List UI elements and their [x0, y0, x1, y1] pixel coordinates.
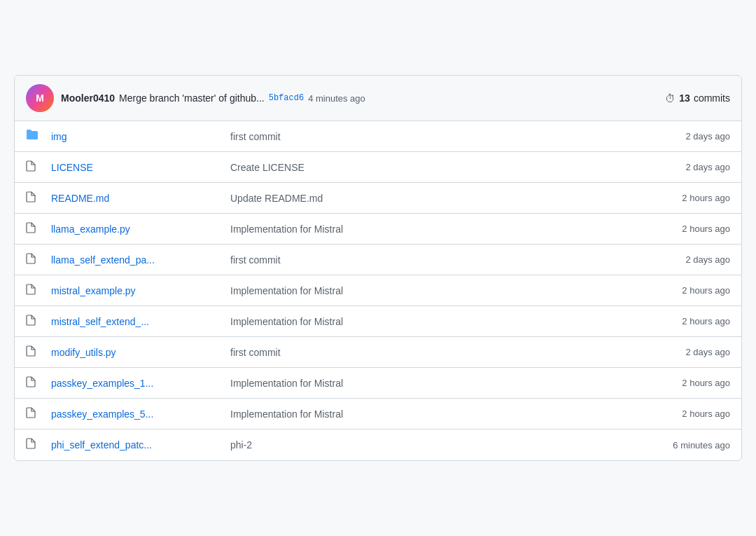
commits-count[interactable]: ⏱ 13 commits — [665, 92, 730, 104]
file-name[interactable]: README.md — [51, 193, 219, 204]
file-commit-message: Implementation for Mistral — [219, 408, 639, 420]
file-commit-message: first commit — [219, 347, 639, 358]
file-icon — [26, 222, 36, 236]
table-row: phi_self_extend_patc...phi-26 minutes ag… — [15, 430, 741, 460]
file-name[interactable]: img — [51, 131, 219, 142]
table-row: imgfirst commit2 days ago — [15, 121, 741, 152]
file-time: 2 days ago — [639, 131, 730, 142]
file-icon — [26, 376, 36, 390]
file-time: 2 days ago — [639, 254, 730, 265]
file-name[interactable]: mistral_self_extend_... — [51, 316, 219, 327]
file-icon — [26, 284, 36, 298]
file-commit-message: first commit — [219, 254, 639, 266]
file-time: 2 hours ago — [639, 408, 730, 419]
commit-hash[interactable]: 5bfacd6 — [269, 93, 304, 103]
file-time: 2 hours ago — [639, 193, 730, 203]
file-commit-message: Create LICENSE — [219, 162, 639, 173]
file-icon — [26, 407, 36, 421]
file-time: 2 hours ago — [639, 378, 730, 388]
file-name[interactable]: llama_example.py — [51, 224, 219, 235]
commit-time: 4 minutes ago — [308, 93, 365, 104]
file-commit-message: Update README.md — [219, 193, 639, 204]
table-row: README.mdUpdate README.md2 hours ago — [15, 183, 741, 214]
history-icon: ⏱ — [665, 92, 676, 104]
file-commit-message: Implementation for Mistral — [219, 316, 639, 327]
file-icon — [26, 253, 36, 267]
file-list: imgfirst commit2 days ago LICENSECreate … — [15, 121, 741, 460]
file-name[interactable]: modify_utils.py — [51, 347, 219, 358]
file-name[interactable]: passkey_examples_1... — [51, 378, 219, 389]
file-time: 6 minutes ago — [639, 440, 730, 451]
file-name[interactable]: passkey_examples_5... — [51, 408, 219, 420]
commits-label: commits — [694, 92, 730, 104]
file-time: 2 days ago — [639, 162, 730, 172]
commit-message: Merge branch 'master' of github... — [119, 92, 265, 104]
repo-header: M Mooler0410 Merge branch 'master' of gi… — [15, 76, 741, 121]
file-icon — [26, 191, 36, 205]
table-row: llama_example.pyImplementation for Mistr… — [15, 214, 741, 245]
table-row: llama_self_extend_pa...first commit2 day… — [15, 245, 741, 275]
file-time: 2 hours ago — [639, 224, 730, 234]
table-row: modify_utils.pyfirst commit2 days ago — [15, 337, 741, 368]
file-time: 2 hours ago — [639, 316, 730, 327]
table-row: LICENSECreate LICENSE2 days ago — [15, 152, 741, 183]
table-row: passkey_examples_1...Implementation for … — [15, 368, 741, 399]
file-commit-message: first commit — [219, 131, 639, 142]
avatar: M — [26, 84, 54, 112]
file-time: 2 hours ago — [639, 285, 730, 296]
file-commit-message: Implementation for Mistral — [219, 224, 639, 235]
file-name[interactable]: llama_self_extend_pa... — [51, 254, 219, 266]
file-commit-message: Implementation for Mistral — [219, 285, 639, 296]
file-name[interactable]: LICENSE — [51, 162, 219, 173]
repo-table: M Mooler0410 Merge branch 'master' of gi… — [14, 75, 742, 461]
table-row: mistral_self_extend_...Implementation fo… — [15, 306, 741, 337]
header-info: Mooler0410 Merge branch 'master' of gith… — [61, 92, 658, 104]
file-time: 2 days ago — [639, 347, 730, 357]
table-row: passkey_examples_5...Implementation for … — [15, 399, 741, 430]
file-icon — [26, 438, 36, 452]
file-name[interactable]: phi_self_extend_patc... — [51, 439, 219, 451]
file-icon — [26, 315, 36, 329]
file-icon — [26, 345, 36, 359]
file-commit-message: phi-2 — [219, 439, 639, 451]
commits-number: 13 — [679, 92, 690, 104]
author-name[interactable]: Mooler0410 — [61, 92, 115, 104]
file-name[interactable]: mistral_example.py — [51, 285, 219, 296]
file-icon — [26, 160, 36, 174]
file-commit-message: Implementation for Mistral — [219, 378, 639, 389]
table-row: mistral_example.pyImplementation for Mis… — [15, 275, 741, 306]
folder-icon — [26, 129, 38, 144]
